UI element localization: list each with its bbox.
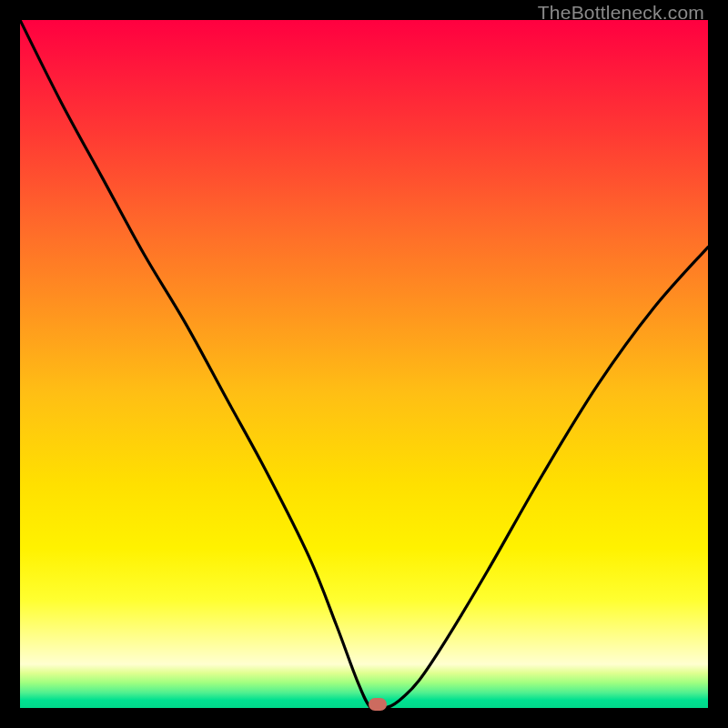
curve-path	[20, 20, 708, 708]
bottleneck-curve	[20, 20, 708, 708]
chart-frame: TheBottleneck.com	[0, 0, 728, 728]
optimal-point-marker	[369, 698, 387, 711]
plot-area	[20, 20, 708, 708]
